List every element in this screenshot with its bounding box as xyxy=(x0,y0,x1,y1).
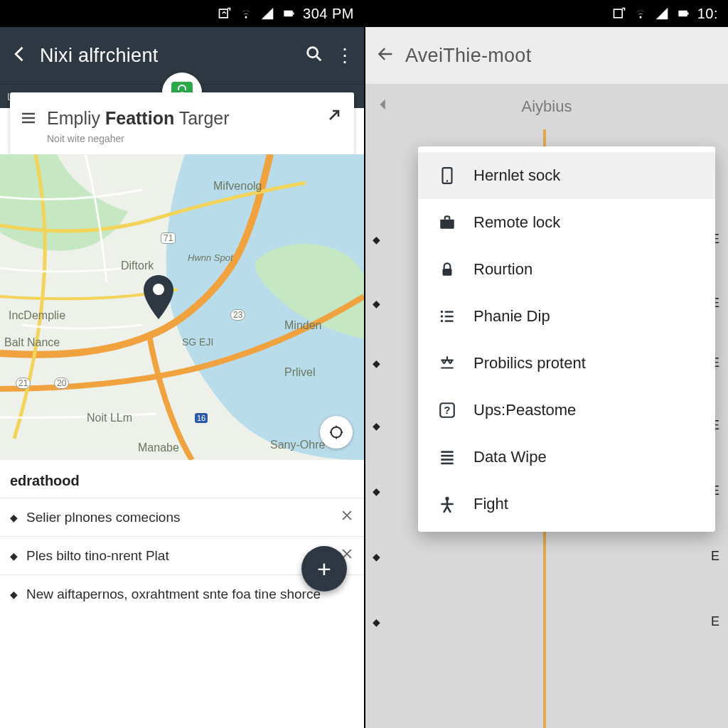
actions-menu: Hernlet sock Remote lock Rourtion Phanie… xyxy=(418,146,715,532)
app-bar: AveiThie-moot xyxy=(365,27,728,84)
svg-point-4 xyxy=(153,284,164,295)
chevron-left-icon[interactable] xyxy=(375,97,391,117)
status-clock: 10: xyxy=(697,6,718,22)
menu-item-phanie-dip[interactable]: Phanie Dip xyxy=(418,293,715,340)
plus-icon: + xyxy=(317,555,331,583)
sub-header: Aiybius xyxy=(365,84,728,129)
status-bar: 304 PM xyxy=(0,0,364,27)
app-title: AveiThie-moot xyxy=(405,45,718,67)
svg-rect-12 xyxy=(443,269,452,276)
back-icon[interactable] xyxy=(10,44,30,67)
list-item[interactable]: ◆ Selier plnones comecions xyxy=(0,498,364,536)
screenshot-icon xyxy=(612,6,626,21)
map-label: IncDemplie xyxy=(9,309,65,322)
list-icon xyxy=(437,307,458,326)
svg-point-25 xyxy=(445,497,449,500)
svg-point-13 xyxy=(441,311,443,313)
recenter-button[interactable] xyxy=(320,416,353,449)
recent-list-title: edrathood xyxy=(0,469,364,498)
map-label: Balt Nance xyxy=(4,336,60,349)
map-label: Manabe xyxy=(138,441,179,454)
svg-rect-21 xyxy=(441,451,453,453)
location-pin-icon[interactable] xyxy=(142,275,175,322)
svg-rect-14 xyxy=(445,311,454,312)
recent-list: edrathood ◆ Selier plnones comecions ◆ P… xyxy=(0,460,364,613)
map-label: Noit LLm xyxy=(87,412,132,424)
search-icon[interactable] xyxy=(304,44,324,67)
map-label: Minden xyxy=(284,319,321,332)
route-shield: 21 xyxy=(16,378,31,389)
header-card-subtitle: Noit wite negaher xyxy=(47,133,341,144)
phone-icon xyxy=(437,166,458,185)
menu-item-remote-lock[interactable]: Remote lock xyxy=(418,199,715,246)
map-label: Hwnn Spot xyxy=(188,252,233,263)
battery-icon xyxy=(282,6,296,21)
status-bar: 10: xyxy=(365,0,728,27)
overflow-menu-icon[interactable]: ⋮ xyxy=(334,46,354,65)
battery-icon xyxy=(676,6,690,21)
location-header-card[interactable]: Empliy Feattion Targer Noit wite negaher xyxy=(10,92,354,154)
route-shield: 16 xyxy=(195,413,208,423)
help-icon: ? xyxy=(437,401,458,419)
screenshot-icon xyxy=(218,6,232,21)
balance-icon xyxy=(437,354,458,373)
menu-item-probilics[interactable]: Probilics protent xyxy=(418,340,715,387)
map-label: SG EJI xyxy=(182,336,213,348)
right-screen: 10: AveiThie-moot Aiybius ◆E ◆E ◆E ◆E ◆E… xyxy=(364,0,728,728)
route-shield: 71 xyxy=(161,232,176,244)
signal-icon xyxy=(260,6,274,21)
map-view[interactable]: Mifvenolg Diftork Hwnn Spot IncDemplie B… xyxy=(0,154,364,460)
lock-icon xyxy=(437,260,458,279)
map-label: Sany-Ohre xyxy=(270,439,325,451)
menu-item-rourtion[interactable]: Rourtion xyxy=(418,246,715,293)
dismiss-icon[interactable] xyxy=(340,508,354,526)
map-label: Diftork xyxy=(121,259,154,272)
wifi-icon xyxy=(633,6,648,21)
svg-rect-18 xyxy=(445,320,454,321)
bullet-icon: ◆ xyxy=(10,589,18,600)
signal-icon xyxy=(655,6,669,21)
person-icon xyxy=(437,495,458,513)
route-shield: 23 xyxy=(230,309,245,321)
header-card-title: Empliy Feattion Targer xyxy=(47,108,341,129)
back-icon[interactable] xyxy=(375,44,395,67)
svg-rect-11 xyxy=(440,220,454,229)
map-label: Mifvenolg xyxy=(213,180,262,193)
svg-point-15 xyxy=(441,315,443,317)
svg-rect-24 xyxy=(441,463,453,465)
map-label: Prlivel xyxy=(284,366,316,379)
svg-text:?: ? xyxy=(444,404,450,416)
bullet-icon: ◆ xyxy=(10,550,18,562)
menu-icon[interactable] xyxy=(20,109,37,129)
svg-rect-16 xyxy=(445,316,454,317)
menu-item-device-lock[interactable]: Hernlet sock xyxy=(418,152,715,199)
svg-rect-23 xyxy=(441,459,453,461)
sub-header-title: Aiybius xyxy=(522,97,572,116)
briefcase-icon xyxy=(437,213,458,232)
open-external-icon[interactable] xyxy=(326,107,343,127)
svg-point-17 xyxy=(441,320,443,322)
svg-rect-1 xyxy=(293,12,294,14)
menu-item-ups[interactable]: ? Ups:Peastome xyxy=(418,387,715,434)
svg-point-2 xyxy=(308,48,318,58)
left-screen: 304 PM Nixi alfrchient ⋮ LNE TIEAT › 1 xyxy=(0,0,364,728)
menu-item-data-wipe[interactable]: Data Wipe xyxy=(418,434,715,481)
svg-rect-22 xyxy=(441,455,453,457)
add-fab[interactable]: + xyxy=(301,546,347,592)
bullet-icon: ◆ xyxy=(10,512,18,523)
status-clock: 304 PM xyxy=(303,6,354,22)
menu-item-fight[interactable]: Fight xyxy=(418,481,715,528)
app-title: Nixi alfrchient xyxy=(40,45,294,67)
svg-rect-6 xyxy=(614,9,622,18)
svg-point-5 xyxy=(331,427,342,438)
rows-icon xyxy=(437,448,458,466)
route-shield: 20 xyxy=(54,378,69,389)
svg-point-10 xyxy=(446,180,449,182)
wifi-icon xyxy=(239,6,253,21)
svg-rect-8 xyxy=(687,12,689,14)
svg-rect-7 xyxy=(678,11,687,16)
svg-rect-0 xyxy=(284,11,293,16)
